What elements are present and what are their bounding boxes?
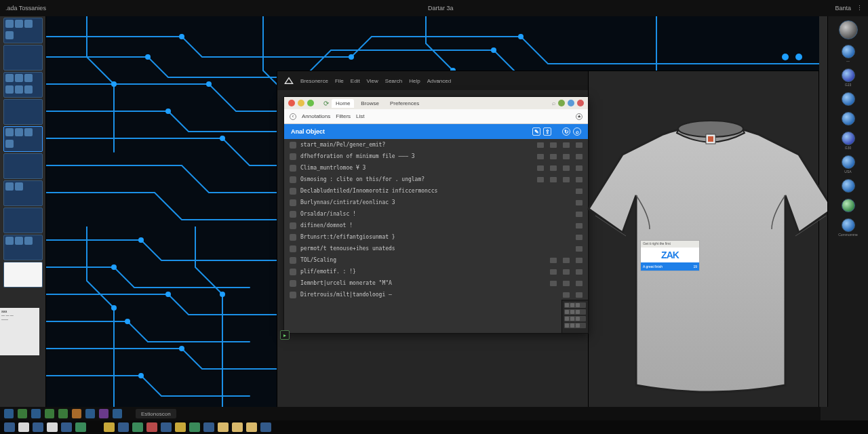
app-icon[interactable] <box>175 422 186 432</box>
status-icon[interactable] <box>558 100 565 106</box>
thumbnail-sidebar[interactable]: aaa— — ——— <box>0 16 46 407</box>
taskbar-icon[interactable] <box>85 409 95 418</box>
file-row[interactable]: plif/emotif. : !} <box>284 266 588 277</box>
thumbnail[interactable] <box>3 18 43 43</box>
menu-item[interactable]: Edit <box>351 78 360 84</box>
app-icon[interactable] <box>146 422 157 432</box>
action-icon[interactable] <box>563 258 570 263</box>
toolbar-label[interactable]: Filters <box>336 113 351 119</box>
menu-item[interactable]: View <box>367 78 378 84</box>
sidebar-item[interactable]: — <box>832 45 865 63</box>
action-icon[interactable] <box>550 142 557 148</box>
sidebar-item[interactable]: G30 <box>832 132 865 150</box>
file-row[interactable]: Clima_muntrlomoе ¥ 3 <box>284 162 588 174</box>
action-icon[interactable] <box>563 177 570 182</box>
thumbnail[interactable] <box>3 208 43 233</box>
app-icon[interactable] <box>18 422 29 432</box>
thumbnail[interactable] <box>3 262 43 288</box>
file-row[interactable]: permot/t tenouse+ihes unateds <box>284 243 588 254</box>
folder-icon[interactable] <box>218 422 229 432</box>
action-icon[interactable] <box>550 269 557 275</box>
app-icon[interactable] <box>189 422 200 432</box>
app-icon[interactable] <box>118 422 129 432</box>
taskbar-upper[interactable]: Estionoscon <box>0 407 821 420</box>
sidebar-item[interactable]: G23 <box>832 68 865 87</box>
taskbar-icon[interactable] <box>72 409 81 418</box>
tab-browse[interactable]: Browse <box>357 99 383 108</box>
account-icon[interactable] <box>577 100 584 106</box>
sidebar-item[interactable] <box>832 199 865 213</box>
action-icon[interactable] <box>563 269 570 275</box>
sidebar-item[interactable]: Commomme <box>832 218 865 237</box>
menu-item[interactable]: Help <box>409 78 420 84</box>
app-icon[interactable] <box>4 422 15 432</box>
action-icon[interactable] <box>550 258 557 263</box>
taskbar-icon[interactable] <box>4 409 14 418</box>
tab-home[interactable]: Home <box>332 99 354 108</box>
close-button[interactable] <box>288 100 295 106</box>
app-icon[interactable] <box>203 422 214 432</box>
taskbar-icon[interactable] <box>31 409 41 418</box>
taskbar-icon[interactable] <box>45 409 54 418</box>
edit-icon[interactable]: ✎ <box>532 127 540 136</box>
app-icon[interactable] <box>61 422 72 432</box>
maximize-button[interactable] <box>307 100 314 106</box>
sidebar-item[interactable] <box>832 179 865 193</box>
file-row[interactable]: Orsaldar/inalsc ! <box>284 208 588 220</box>
taskbar-app-label[interactable]: Estionoscon <box>136 409 176 418</box>
app-icon[interactable] <box>75 422 86 432</box>
action-icon[interactable] <box>563 281 570 286</box>
folder-icon[interactable] <box>246 422 257 432</box>
thumbnail[interactable] <box>3 235 43 260</box>
action-icon[interactable] <box>537 142 544 148</box>
thumbnail-notes[interactable]: aaa— — ——— <box>0 308 39 355</box>
file-row[interactable]: Osmosing : clitе on this/for . unglam? <box>284 174 588 185</box>
sync-icon[interactable] <box>568 100 574 106</box>
folder-icon[interactable] <box>232 422 243 432</box>
action-icon[interactable] <box>537 154 544 159</box>
file-row[interactable]: TOL/Scaling <box>284 254 588 266</box>
app-icon[interactable] <box>33 422 43 432</box>
taskbar-icon[interactable] <box>18 409 27 418</box>
search-icon[interactable]: ⌕ <box>552 100 555 106</box>
action-icon[interactable] <box>550 165 557 171</box>
app-icon[interactable] <box>260 422 271 432</box>
action-icon[interactable] <box>550 281 557 286</box>
action-icon[interactable] <box>550 154 557 159</box>
file-row[interactable]: start_main/Pel/gener_emit? <box>284 139 588 151</box>
sidebar-item[interactable]: USA <box>832 155 865 174</box>
thumbnail[interactable] <box>3 126 43 152</box>
share-icon[interactable]: ⇪ <box>543 127 551 136</box>
sidebar-item[interactable] <box>832 20 865 39</box>
app-icon[interactable] <box>104 422 115 432</box>
toolbar-label[interactable]: Annotations <box>302 113 330 119</box>
action-icon[interactable] <box>563 165 570 171</box>
thumbnail[interactable] <box>3 180 43 206</box>
app-icon[interactable] <box>132 422 143 432</box>
file-row[interactable]: difinen/domnot ! <box>284 220 588 231</box>
file-row[interactable]: Iemnbrt|urceli monerate "M"A <box>284 277 588 289</box>
action-icon[interactable] <box>563 142 570 148</box>
minimize-button[interactable] <box>298 100 304 106</box>
menu-item[interactable]: File <box>335 78 344 84</box>
file-row[interactable]: Burlynnas/cintirat/eonlinac 3 <box>284 197 588 208</box>
taskbar-icon[interactable] <box>113 409 122 418</box>
tab-preferences[interactable]: Preferences <box>386 99 423 108</box>
thumbnail[interactable] <box>3 99 43 125</box>
thumbnail[interactable] <box>3 45 43 71</box>
app-icon[interactable] <box>161 422 172 432</box>
taskbar-lower[interactable] <box>0 420 868 434</box>
action-icon[interactable] <box>563 292 570 298</box>
toolbar-label[interactable]: List <box>356 113 364 119</box>
thumbnail[interactable] <box>3 72 43 98</box>
terminal-icon[interactable]: ▸ <box>280 330 290 340</box>
file-row[interactable]: Brtunsrt:t/efifantgiosunmat } <box>284 231 588 243</box>
back-button[interactable]: ‹ <box>290 113 296 120</box>
refresh-icon[interactable]: ↻ <box>562 127 570 136</box>
menu-item[interactable]: Advanced <box>427 78 452 84</box>
action-icon[interactable] <box>563 154 570 159</box>
titlebar-menu-icon[interactable]: ⋮ <box>856 5 863 12</box>
file-list[interactable]: start_main/Pel/gener_emit? dfhefforation… <box>284 139 588 300</box>
sidebar-item[interactable] <box>832 92 865 106</box>
taskbar-icon[interactable] <box>58 409 68 418</box>
